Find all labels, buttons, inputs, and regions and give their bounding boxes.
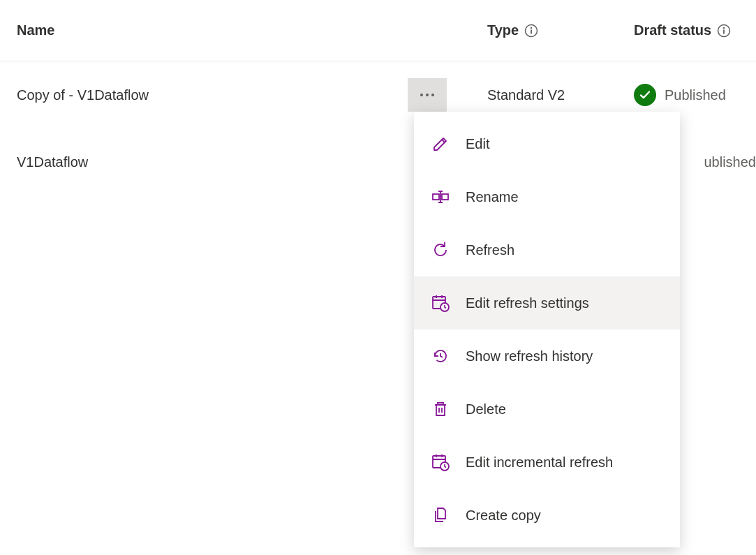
- more-horizontal-icon: [420, 94, 434, 96]
- svg-rect-7: [442, 194, 448, 195]
- rename-icon: [431, 187, 450, 195]
- svg-rect-5: [723, 29, 725, 34]
- table-header-row: Name Type Draft status: [0, 0, 756, 61]
- menu-item-rename[interactable]: Rename: [414, 170, 680, 195]
- svg-rect-6: [433, 194, 439, 195]
- info-icon[interactable]: [717, 24, 731, 38]
- column-header-type[interactable]: Type: [487, 22, 634, 38]
- column-header-name[interactable]: Name: [17, 22, 487, 38]
- menu-item-label: Edit: [466, 136, 489, 152]
- row-status-label: ublished: [704, 154, 756, 170]
- row-type: Standard V2: [487, 87, 634, 103]
- row-name: Copy of - V1Dataflow: [17, 87, 408, 103]
- row-status: Published: [634, 84, 756, 106]
- info-icon[interactable]: [524, 24, 538, 38]
- svg-point-1: [531, 27, 532, 28]
- row-name: V1Dataflow: [17, 154, 408, 170]
- row-status-label: Published: [665, 87, 726, 103]
- more-actions-button[interactable]: [408, 78, 447, 112]
- pencil-icon: [431, 134, 450, 154]
- menu-item-label: Rename: [466, 189, 519, 196]
- context-menu: Edit Rename Refresh Edit refresh setting…: [414, 112, 680, 195]
- column-header-status[interactable]: Draft status: [634, 22, 756, 38]
- column-type-label: Type: [487, 22, 519, 38]
- menu-item-edit[interactable]: Edit: [414, 117, 680, 170]
- svg-rect-2: [531, 29, 532, 34]
- check-circle-icon: [634, 84, 656, 106]
- svg-point-4: [723, 27, 725, 28]
- column-status-label: Draft status: [634, 22, 711, 38]
- column-name-label: Name: [17, 22, 54, 38]
